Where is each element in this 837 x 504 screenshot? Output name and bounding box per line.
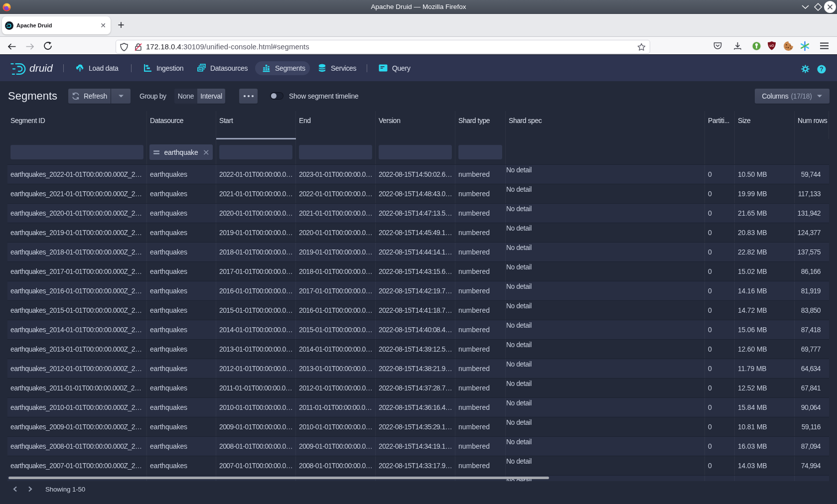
svg-text:?: ? (820, 66, 823, 73)
svg-text:uO: uO (769, 44, 774, 47)
